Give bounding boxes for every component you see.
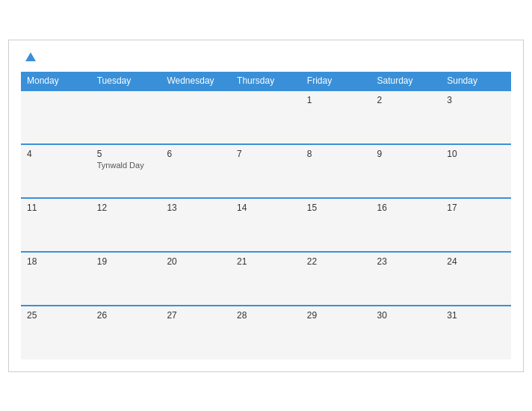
day-number: 5 [97,149,155,159]
calendar-cell: 30 [371,306,442,359]
calendar-cell: 20 [161,252,231,306]
calendar-cell: 24 [441,252,511,306]
calendar-cell: 18 [21,252,91,306]
day-number: 29 [307,310,365,321]
weekday-header-friday: Friday [301,72,371,90]
calendar-header [21,52,511,63]
calendar-cell: 13 [161,198,231,252]
calendar-cell: 7 [231,144,301,198]
calendar-cell [231,90,301,144]
day-number: 21 [237,256,295,267]
calendar-cell: 31 [441,306,511,359]
calendar-cell [161,90,231,144]
weekday-header-thursday: Thursday [231,72,301,90]
day-number: 14 [237,203,295,213]
calendar-cell: 28 [231,306,301,359]
weekday-header-tuesday: Tuesday [91,72,161,90]
calendar-cell: 17 [441,198,511,252]
calendar-cell: 3 [441,90,511,144]
calendar-cell: 2 [371,90,442,144]
calendar-cell: 1 [301,90,371,144]
calendar-cell: 15 [301,198,371,252]
day-number: 28 [237,310,295,321]
day-number: 10 [447,149,505,159]
day-number: 20 [167,256,225,267]
day-number: 7 [237,149,295,159]
calendar-cell: 21 [231,252,301,306]
calendar-cell: 11 [21,198,91,252]
calendar-cell: 26 [91,306,161,359]
calendar-cell: 16 [371,198,442,252]
day-number: 31 [447,310,505,321]
calendar-table: MondayTuesdayWednesdayThursdayFridaySatu… [21,72,511,359]
week-row-2: 45Tynwald Day678910 [21,144,511,198]
event-label: Tynwald Day [97,161,155,170]
calendar-cell [21,90,91,144]
calendar-container: MondayTuesdayWednesdayThursdayFridaySatu… [8,40,524,372]
day-number: 2 [377,95,436,105]
day-number: 11 [27,203,85,213]
calendar-cell: 25 [21,306,91,359]
calendar-tbody: 12345Tynwald Day678910111213141516171819… [21,90,511,359]
day-number: 9 [377,149,436,159]
day-number: 22 [307,256,365,267]
day-number: 15 [307,203,365,213]
calendar-cell: 10 [441,144,511,198]
day-number: 8 [307,149,365,159]
day-number: 3 [447,95,505,105]
weekday-header-wednesday: Wednesday [161,72,231,90]
calendar-cell: 29 [301,306,371,359]
calendar-cell: 5Tynwald Day [91,144,161,198]
day-number: 17 [447,203,505,213]
calendar-cell: 4 [21,144,91,198]
day-number: 12 [97,203,155,213]
calendar-cell: 14 [231,198,301,252]
calendar-cell [91,90,161,144]
calendar-cell: 6 [161,144,231,198]
logo [21,52,39,63]
week-row-3: 11121314151617 [21,198,511,252]
day-number: 19 [97,256,155,267]
day-number: 13 [167,203,225,213]
day-number: 16 [377,203,436,213]
week-row-1: 123 [21,90,511,144]
calendar-thead: MondayTuesdayWednesdayThursdayFridaySatu… [21,72,511,90]
calendar-cell: 23 [371,252,442,306]
weekday-header-monday: Monday [21,72,91,90]
weekday-header-saturday: Saturday [371,72,442,90]
calendar-cell: 27 [161,306,231,359]
calendar-cell: 19 [91,252,161,306]
calendar-cell: 9 [371,144,442,198]
day-number: 23 [377,256,436,267]
week-row-4: 18192021222324 [21,252,511,306]
logo-triangle-icon [25,52,36,61]
day-number: 6 [167,149,225,159]
week-row-5: 25262728293031 [21,306,511,359]
day-number: 27 [167,310,225,321]
weekday-header-row: MondayTuesdayWednesdayThursdayFridaySatu… [21,72,511,90]
day-number: 24 [447,256,505,267]
day-number: 26 [97,310,155,321]
day-number: 30 [377,310,436,321]
weekday-header-sunday: Sunday [441,72,511,90]
calendar-cell: 8 [301,144,371,198]
day-number: 18 [27,256,85,267]
calendar-cell: 22 [301,252,371,306]
day-number: 25 [27,310,85,321]
calendar-cell: 12 [91,198,161,252]
day-number: 1 [307,95,365,105]
day-number: 4 [27,149,85,159]
